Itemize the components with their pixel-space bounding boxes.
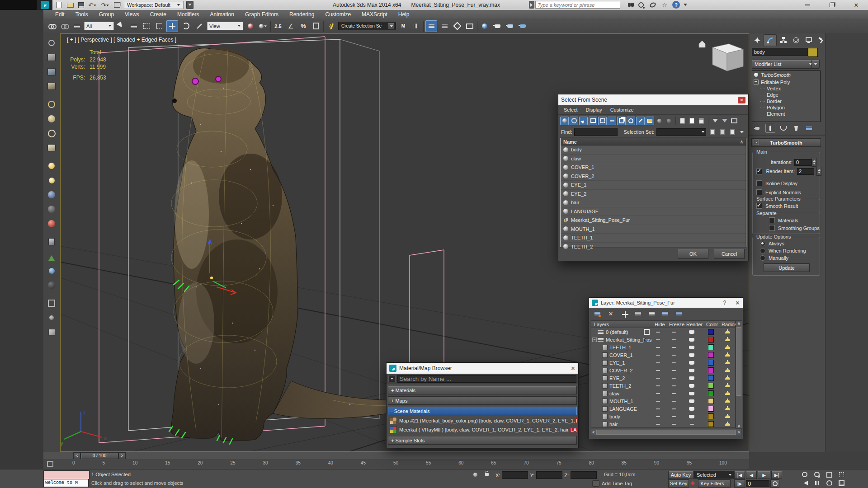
display-bones-icon[interactable]	[636, 117, 645, 125]
hide-toggle[interactable]	[656, 385, 660, 386]
macro-recorder-field[interactable]	[43, 470, 90, 479]
layer-color-swatch[interactable]	[708, 413, 714, 419]
select-and-link-icon[interactable]	[46, 21, 57, 32]
save-file-icon[interactable]	[77, 1, 85, 9]
layer-row-eye1[interactable]: EYE_1	[591, 359, 735, 366]
stack-item-turbosmooth[interactable]: TurboSmooth	[752, 71, 820, 79]
layer-horizontal-scrollbar[interactable]: < >	[591, 429, 741, 435]
radiosity-icon[interactable]	[725, 361, 730, 364]
materials-checkbox[interactable]	[769, 217, 775, 223]
search-options-icon[interactable]	[388, 375, 396, 382]
curve-editor-icon[interactable]	[452, 21, 462, 32]
align-icon[interactable]	[410, 21, 421, 32]
select-and-manipulate-icon[interactable]	[258, 21, 269, 32]
hide-toggle[interactable]	[656, 393, 660, 394]
tab-display[interactable]	[802, 35, 815, 46]
menu-customize[interactable]: Customize	[325, 11, 351, 18]
help-flyout-icon[interactable]	[684, 4, 687, 8]
display-containers-icon[interactable]	[646, 117, 654, 125]
render-setup-icon[interactable]	[492, 21, 503, 32]
image-tool-icon[interactable]	[47, 52, 57, 62]
column-hide[interactable]: Hide	[655, 322, 665, 327]
graphite-ribbon-icon[interactable]	[439, 21, 450, 32]
menu-create[interactable]: Create	[150, 11, 166, 18]
unlink-selection-icon[interactable]	[59, 21, 70, 32]
cancel-button[interactable]: Cancel	[714, 249, 745, 259]
figure-tool-icon[interactable]	[47, 313, 57, 323]
render-iters-spinner[interactable]	[816, 167, 821, 176]
scene-item-claw[interactable]: claw	[561, 155, 746, 164]
go-to-end-button[interactable]: ▶|	[771, 471, 782, 479]
sun-tool-icon[interactable]	[47, 161, 57, 171]
edit-named-selection-sets-icon[interactable]: {	[326, 21, 336, 32]
menu-select[interactable]: Select	[564, 107, 578, 113]
column-layers[interactable]: Layers	[594, 322, 609, 327]
menu-edit[interactable]: Edit	[55, 11, 65, 18]
orbit-icon[interactable]	[824, 479, 835, 487]
display-xrefs-icon[interactable]	[627, 117, 635, 125]
dark-sphere-icon[interactable]	[47, 280, 57, 290]
render-toggle[interactable]	[689, 399, 694, 403]
column-freeze[interactable]: Freeze	[669, 322, 684, 327]
zoom-all-icon[interactable]	[811, 471, 822, 478]
pan-hand-icon[interactable]	[811, 479, 822, 487]
column-render[interactable]: Render	[686, 322, 703, 327]
hide-toggle[interactable]	[656, 332, 660, 333]
freeze-toggle[interactable]	[672, 332, 676, 333]
slider-left-arrow[interactable]: <	[73, 452, 80, 459]
view-tool-icon[interactable]	[47, 38, 57, 48]
select-and-move-icon[interactable]	[166, 20, 178, 32]
layer-row-cover1[interactable]: COVER_1	[591, 351, 735, 359]
layer-vertical-scrollbar[interactable]: ∧ ∨	[736, 320, 742, 429]
next-frame-button[interactable]: |▶	[734, 479, 745, 488]
display-helpers-icon[interactable]	[598, 117, 607, 125]
object-color-swatch[interactable]	[808, 48, 818, 57]
image-tool-icon[interactable]	[47, 81, 57, 91]
tab-modify[interactable]	[764, 34, 777, 46]
zoom-extents-icon[interactable]	[824, 471, 835, 478]
stack-subobject-border[interactable]: Border	[752, 98, 820, 104]
menu-help[interactable]: Help	[398, 11, 410, 18]
display-frozen-objects-icon[interactable]	[655, 117, 664, 125]
radiosity-icon[interactable]	[725, 385, 730, 387]
scene-item-cover2[interactable]: COVER_2	[561, 172, 746, 181]
restore-button[interactable]	[826, 0, 837, 9]
search-input[interactable]	[535, 1, 620, 9]
name-column-header[interactable]: Name ∧	[561, 138, 746, 145]
layer-row-meerkat[interactable]: − Meerkat_Sitting_Pos ✓	[591, 336, 735, 343]
freeze-toggle[interactable]	[672, 393, 676, 394]
layer-color-swatch[interactable]	[708, 344, 714, 350]
radiosity-icon[interactable]	[725, 423, 730, 426]
water-tool-icon[interactable]	[47, 266, 57, 276]
list-view-icon[interactable]	[678, 117, 687, 125]
freeze-toggle[interactable]	[672, 416, 676, 417]
image-tool-icon[interactable]	[47, 67, 57, 77]
material-browser-title-bar[interactable]: Material/Map Browser ✕	[387, 363, 578, 374]
pin-stack-icon[interactable]	[753, 124, 762, 132]
help-icon[interactable]: ?	[723, 300, 726, 306]
minimize-button[interactable]	[802, 0, 813, 9]
hide-toggle[interactable]	[656, 424, 660, 425]
close-icon[interactable]: ✕	[735, 300, 740, 306]
modifier-list-arrow[interactable]	[811, 60, 820, 69]
configure-modifier-sets-icon[interactable]	[804, 124, 813, 132]
percent-snap-icon[interactable]: %	[298, 21, 309, 32]
render-toggle[interactable]	[690, 424, 694, 425]
maximize-viewport-toggle-icon[interactable]	[836, 479, 847, 487]
viewport-label[interactable]: [ + ] [ Perspective ] [ Shaded + Edged F…	[67, 37, 176, 43]
menu-animation[interactable]: Animation	[210, 11, 234, 18]
current-frame-field[interactable]	[746, 480, 769, 487]
menu-modifiers[interactable]: Modifiers	[177, 11, 199, 18]
snaps-toggle-icon[interactable]: 2.5	[273, 21, 283, 32]
time-slider-handle[interactable]: 0 / 100	[80, 452, 118, 459]
scene-item-cover1[interactable]: COVER_1	[561, 163, 746, 172]
menu-maxscript[interactable]: MAXScript	[362, 11, 387, 18]
grid-tool-icon[interactable]	[47, 298, 57, 308]
render-toggle[interactable]	[689, 415, 694, 418]
key-mode-toggle-icon[interactable]	[770, 479, 779, 488]
render-toggle[interactable]	[689, 346, 694, 349]
hide-toggle[interactable]	[656, 408, 660, 409]
freeze-toggle[interactable]	[672, 370, 676, 371]
select-and-rotate-icon[interactable]	[180, 20, 192, 32]
hide-toggle[interactable]	[656, 401, 660, 402]
